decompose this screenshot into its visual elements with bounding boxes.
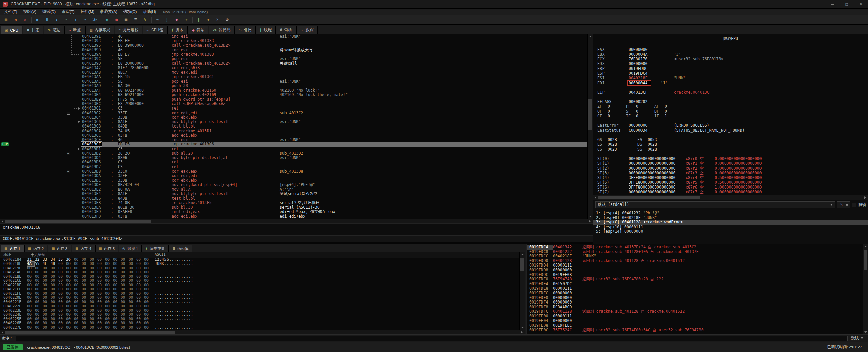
symbols-icon[interactable]: ◆ (172, 16, 181, 24)
stack-row[interactable]: 0019FDD800000000 (527, 268, 863, 273)
register-value[interactable]: C0000034 (629, 128, 669, 133)
register-row[interactable]: EDI0000004A 'J' (597, 80, 868, 85)
command-input[interactable] (16, 336, 848, 341)
disasm-row[interactable]: 004013C6. 8A1Emov bl,byte ptr ds:[esi]es… (0, 120, 587, 124)
register-row[interactable]: EBX0000004A 'J' (597, 52, 868, 57)
register-value[interactable]: 0019FDDC (629, 66, 669, 71)
memory-dump[interactable]: 0040218431323334353600000000000000000000… (0, 258, 519, 330)
tab-locals[interactable]: ƒ局部变量 (142, 245, 169, 252)
st-register-row[interactable]: ST(6)3FFF8000000000000000x87r6 空1.000000… (597, 185, 868, 190)
unlock-checkbox[interactable] (852, 203, 856, 207)
fold-toggle[interactable]: − (67, 170, 70, 173)
scroll-right-icon[interactable] (519, 330, 525, 335)
scroll-left-icon[interactable] (593, 195, 598, 200)
register-row[interactable]: ESP0019FDC4 (597, 71, 868, 76)
disasm-row[interactable]: 004013DA. 33FFxor edi,edi (0, 174, 587, 178)
register-value[interactable]: 00000000 (629, 123, 669, 128)
stack-row[interactable]: 0019FDE4001507DC (527, 282, 863, 287)
tab-mem3[interactable]: ▦内存 3 (48, 245, 71, 252)
patch-icon[interactable]: ✎ (140, 16, 150, 24)
menu-item[interactable]: 插件(M) (78, 9, 97, 14)
disasm-row[interactable]: −004013D8. 33C0xor eax,eaxsub_4013D8 (0, 169, 587, 174)
register-row[interactable]: EAX00000000 (597, 47, 868, 52)
register-value[interactable]: 00000000 (629, 47, 669, 52)
disasm-row[interactable]: 004013EA. 80EB 30sub bl,30serial (ASCII)… (0, 205, 587, 210)
register-value[interactable]: 00000202 (629, 99, 669, 104)
scroll-up-icon[interactable] (863, 244, 868, 249)
disasm-row[interactable]: 004013BC. E8 79000000call <JMP.&MessageB… (0, 102, 587, 106)
script-icon[interactable]: ƒ (162, 16, 172, 24)
register-value[interactable]: 0040218F (629, 76, 669, 80)
close-button[interactable]: ✕ (854, 0, 868, 9)
argument-row[interactable]: 5: [esp+14] 00000000 (593, 229, 868, 234)
favourites-icon[interactable]: ★ (203, 16, 213, 24)
tab-watch1[interactable]: ◎监视 1 (119, 245, 142, 252)
tab-breakpoints[interactable]: ●断点 (65, 26, 85, 34)
register-row[interactable]: ESI0040218F "UNK" (597, 76, 868, 80)
disasm-row[interactable]: 00401399. 46inc esi将name转换成大写 (0, 48, 587, 52)
tab-symbols[interactable]: ◆符号 (188, 26, 209, 34)
register-value[interactable]: 0019FDC4 (629, 71, 669, 76)
scroll-left-icon[interactable] (0, 219, 5, 224)
disasm-horizontal-scrollbar[interactable] (0, 219, 593, 223)
menu-item[interactable]: 视图(V) (20, 9, 39, 14)
st-register-row[interactable]: ST(4)3FFE8000000000000000x87r4 空0.500000… (597, 175, 868, 180)
log-icon[interactable]: ≣ (131, 16, 140, 24)
st-register-row[interactable]: ST(1)00000000000000000000x87r1 空0.000000… (597, 161, 868, 166)
minimize-button[interactable]: ─ (825, 0, 840, 9)
stack-row[interactable]: 0019FE0C76E752AC返回到 user32.sub_76E74F00+… (527, 328, 863, 333)
register-row[interactable]: EBP0019FDDC (597, 66, 868, 71)
register-row[interactable]: EFLAGS00000202 (597, 99, 868, 104)
disasm-row[interactable]: 004013E2. B0 0Amov al,AA:'\n' (0, 187, 587, 192)
disasm-row[interactable]: 004013DC. 33DBxor ebx,ebx (0, 178, 587, 183)
menu-item[interactable]: 选项(O) (120, 9, 140, 14)
register-row[interactable]: LastStatusC0000034 (STATUS_OBJECT_NAME_N… (597, 128, 868, 133)
tab-threads[interactable]: ∥线程 (256, 26, 276, 34)
stack-row[interactable]: 0019FE0000000111 (527, 314, 863, 319)
tab-notes[interactable]: ✎笔记 (44, 26, 64, 34)
disasm-row[interactable]: 004013CA. 74 05je crackme.4013D1 (0, 129, 587, 133)
stack-vertical-scrollbar[interactable] (863, 244, 868, 334)
disasm-row[interactable]: 004013AF. 68 60214000push crackme.402160… (0, 88, 587, 93)
disasm-row[interactable]: 004013B4. 68 69214000push crackme.402169… (0, 93, 587, 97)
argument-row[interactable]: 3: [esp+C] 00401128 <crackme.wndProc> (593, 220, 868, 225)
scrollbar-thumb[interactable] (588, 99, 592, 130)
dump-row[interactable]: 0040226E00000000000000000000000000000000… (0, 321, 519, 325)
titlebar[interactable]: x CRACKME.EXE - PID: 9880 - 模块: crackme.… (0, 0, 868, 9)
scrollbar-thumb[interactable] (5, 220, 151, 223)
stack-row[interactable]: 0019FDF8DCBAABCD (527, 305, 863, 310)
register-row[interactable]: LastError00000000 (ERROR_SUCCESS) (597, 123, 868, 128)
calling-convention-select[interactable]: 默认 (stdcall) (595, 201, 835, 208)
argument-count-spinner[interactable]: 5 (837, 201, 850, 208)
disasm-row[interactable]: 004013D1. C3ret (0, 147, 587, 151)
scroll-down-icon[interactable] (863, 330, 868, 334)
scrollbar-thumb[interactable] (864, 250, 867, 270)
hide-fpu-toggle[interactable]: 隐藏FPU (593, 36, 868, 41)
tab-memory-map[interactable]: ▦内存布局 (85, 26, 114, 34)
register-row[interactable]: ECX76E80170 <user32.sub_76E80170> (597, 57, 868, 61)
stack-row[interactable]: 0019FE0400000000 (527, 319, 863, 324)
scrollbar-thumb[interactable] (5, 331, 175, 334)
disasm-row[interactable]: 004013ED. 0FAFF8imul edi,eaxedi=edi*eax,… (0, 210, 587, 214)
scrollbar-thumb[interactable] (520, 258, 524, 271)
stack-row[interactable]: 0019FDEC00000000 (527, 291, 863, 296)
registers-horizontal-scrollbar[interactable] (593, 195, 868, 200)
step-over-icon[interactable]: ↷ (61, 16, 71, 24)
disasm-row[interactable]: 004013F0. 03FBadd edi,ebxedi=edi+ebx (0, 214, 587, 219)
registers-panel[interactable]: 隐藏FPU EAX00000000EBX0000004A 'J'ECX76E80… (593, 34, 868, 200)
disasm-row[interactable]: −004013C2. 33FFxor edi,edisub_4013C2 (0, 111, 587, 115)
memory-map-icon[interactable]: ▦ (121, 16, 131, 24)
disasm-row[interactable]: 0040139D. E8 20000000call <crackme.sub_4… (0, 61, 587, 66)
st-register-row[interactable]: ST(0)00000000000000000000x87r0 空0.000000… (597, 156, 868, 161)
disasm-row[interactable]: 004013C8. 84DBtest bl,bl (0, 124, 587, 129)
argument-row[interactable]: 4: [esp+10] 00000111 (593, 225, 868, 230)
disasm-row[interactable]: 004013CC. 03FBadd edi,ebx (0, 133, 587, 138)
dump-row[interactable]: 004021AE00000000000000000000000000000000… (0, 270, 519, 274)
disasm-row[interactable]: 004013C1. C3ret (0, 106, 587, 111)
tab-mem5[interactable]: ▦内存 5 (95, 245, 119, 252)
fold-toggle[interactable]: − (67, 152, 70, 155)
close-debuggee-icon[interactable]: ✕ (20, 16, 30, 24)
disasm-row[interactable]: 004013A8. 8BC7mov eax,edi (0, 70, 587, 75)
step-into-icon[interactable]: ↓ (52, 16, 61, 24)
register-row[interactable]: CF0TF0IF1 (597, 114, 868, 118)
